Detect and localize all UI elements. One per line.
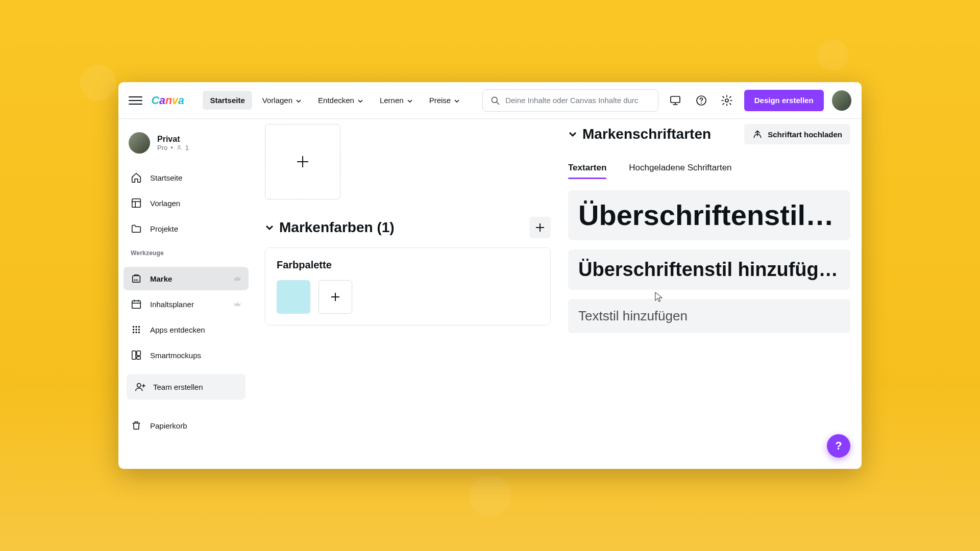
help-icon [695,94,707,107]
sidebar-item-home[interactable]: Startseite [124,166,249,189]
nav-learn-label: Lernen [380,96,404,105]
sidebar-item-templates[interactable]: Vorlagen [124,191,249,215]
svg-rect-3 [671,96,680,103]
add-color-button[interactable] [318,280,352,314]
tab-uploaded-fonts[interactable]: Hochgeladene Schriftarten [629,163,731,179]
svg-point-19 [133,326,134,328]
user-avatar[interactable] [832,90,851,111]
help-fab[interactable]: ? [827,434,850,458]
canva-logo[interactable]: Canva [151,94,193,107]
team-switcher[interactable]: Privat Pro•1 [124,130,249,159]
monitor-icon [669,94,681,107]
menu-button[interactable] [129,93,142,108]
chevron-down-icon[interactable] [265,223,274,232]
heading-style-h2[interactable]: Überschriftenstil hinzufügen [568,249,850,290]
nav-discover[interactable]: Entdecken [311,91,370,110]
tab-text-styles[interactable]: Textarten [568,163,606,179]
nav-templates[interactable]: Vorlagen [255,91,308,110]
upload-icon [752,129,763,139]
body-style[interactable]: Textstil hinzufügen [568,299,850,333]
sidebar-item-label: Projekte [150,224,178,233]
nav-home[interactable]: Startseite [203,91,252,110]
team-subtitle: Pro•1 [157,144,189,152]
nav-templates-label: Vorlagen [262,96,292,105]
settings-button[interactable] [718,91,736,110]
add-palette-button[interactable] [529,217,551,238]
brand-colors-column: Markenfarben (1) Farbpalette [265,124,551,325]
team-plus-icon [135,381,146,392]
sidebar-item-label: Vorlagen [150,199,180,208]
svg-point-26 [135,332,137,333]
sidebar-item-label: Marke [150,274,172,283]
svg-rect-28 [132,351,136,360]
sidebar-item-label: Apps entdecken [150,325,205,334]
create-team-button[interactable]: Team erstellen [127,374,246,399]
color-swatch[interactable] [277,280,310,314]
nav-discover-label: Entdecken [318,96,354,105]
top-nav: Startseite Vorlagen Entdecken Lernen Pre… [203,91,466,110]
plus-icon [331,293,339,301]
create-design-button[interactable]: Design erstellen [744,90,824,111]
smartmockups-icon [131,349,142,361]
search-box[interactable] [482,89,658,112]
svg-point-20 [135,326,137,328]
calendar-icon [131,298,142,310]
search-input[interactable] [505,96,651,105]
brand-colors-title: Markenfarben (1) [279,219,395,236]
heading-style-h1[interactable]: Überschriftenstil hi… [568,190,850,240]
sidebar: Privat Pro•1 Startseite Vorlagen Projekt… [118,119,254,469]
brand-fonts-title: Markenschriftarten [582,126,711,142]
svg-point-25 [133,332,134,333]
upload-font-label: Schriftart hochladen [768,130,842,139]
sidebar-item-planner[interactable]: Inhaltsplaner [124,292,249,316]
svg-rect-30 [137,357,140,360]
svg-text:Canva: Canva [151,94,184,106]
plus-icon [297,156,308,167]
sidebar-item-apps[interactable]: Apps entdecken [124,318,249,341]
help-button[interactable] [693,91,710,110]
add-logo-card[interactable] [265,124,340,199]
sidebar-item-label: Inhaltsplaner [150,300,194,309]
sidebar-item-label: Papierkorb [150,421,187,430]
svg-point-9 [178,145,180,147]
plus-icon [536,223,544,232]
svg-point-27 [138,332,140,333]
team-avatar [129,132,150,154]
nav-pricing[interactable]: Preise [422,91,467,110]
svg-point-22 [133,329,134,330]
color-palette-card: Farbpalette [265,247,551,325]
home-icon [131,172,142,183]
app-window: Canva Startseite Vorlagen Entdecken Lern… [118,82,862,469]
apps-icon [131,324,142,335]
desktop-app-button[interactable] [667,91,684,110]
team-name: Privat [157,135,189,144]
svg-point-8 [725,99,728,102]
nav-learn[interactable]: Lernen [373,91,419,110]
svg-point-1 [492,97,498,103]
svg-point-21 [138,326,140,328]
trash-icon [131,420,142,431]
brand-fonts-column: Markenschriftarten Schriftart hochladen … [568,124,850,342]
chevron-down-icon [357,98,362,103]
palette-title: Farbpalette [277,259,539,271]
svg-rect-10 [132,199,141,208]
sidebar-item-smartmockups[interactable]: Smartmockups [124,343,249,367]
sidebar-item-projects[interactable]: Projekte [124,217,249,240]
chevron-down-icon [296,98,301,103]
sidebar-item-trash[interactable]: Papierkorb [124,414,249,437]
header: Canva Startseite Vorlagen Entdecken Lern… [118,82,862,119]
crown-icon [233,274,241,283]
sidebar-tools-heading: Werkzeuge [124,240,249,260]
chevron-down-icon [407,98,412,103]
sidebar-item-brand[interactable]: co.Marke [124,267,249,290]
svg-point-7 [701,102,702,103]
brand-colors-header: Markenfarben (1) [265,217,551,238]
chevron-down-icon [454,98,459,103]
upload-font-button[interactable]: Schriftart hochladen [744,124,850,144]
svg-rect-15 [132,301,141,309]
brand-icon: co. [131,273,142,284]
content: Markenfarben (1) Farbpalette Markenschri… [254,119,862,469]
sidebar-item-label: Startseite [150,173,182,182]
brand-fonts-header: Markenschriftarten Schriftart hochladen [568,124,850,144]
chevron-down-icon[interactable] [568,130,577,139]
